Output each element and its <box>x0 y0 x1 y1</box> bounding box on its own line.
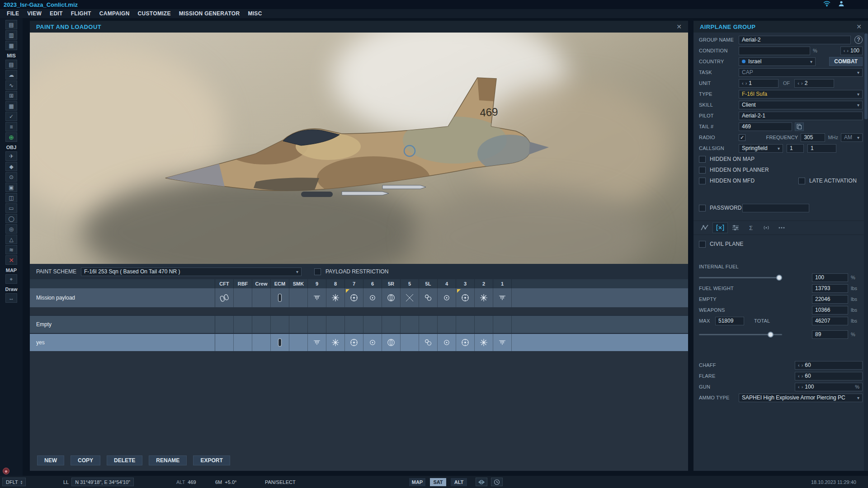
bullseye-icon[interactable]: ◎ <box>5 224 17 234</box>
fuel-percent-input[interactable]: 89 <box>812 330 848 339</box>
station-cell-8[interactable] <box>326 316 345 333</box>
menu-customize[interactable]: CUSTOMIZE <box>134 10 175 17</box>
close-icon[interactable]: ✕ <box>676 23 682 30</box>
station-cell-8[interactable] <box>326 334 345 351</box>
station-cell-5l[interactable] <box>419 316 438 333</box>
callsign-number-input[interactable]: 1 <box>787 144 804 153</box>
station-cell-crew[interactable] <box>252 288 271 307</box>
time-button[interactable] <box>491 478 503 486</box>
country-select[interactable]: Israel <box>739 57 816 66</box>
menu-misc[interactable]: MISC <box>244 10 266 17</box>
export-button[interactable]: EXPORT <box>193 455 230 465</box>
station-cell-1[interactable] <box>493 288 512 307</box>
group-name-input[interactable]: Aerial-2 <box>739 36 851 44</box>
goals-icon[interactable]: ✓ <box>5 112 17 121</box>
condition-probability-spinner[interactable]: ‹› 100 <box>840 47 863 55</box>
station-cell-2[interactable] <box>475 288 493 307</box>
delete-object-icon[interactable]: ✕ <box>5 255 17 265</box>
payload-row-empty[interactable]: Empty <box>30 316 688 333</box>
ammo-type-select[interactable]: SAPHEI High Explosive Armor Piercing PC <box>739 394 863 402</box>
menu-view[interactable]: VIEW <box>23 10 46 17</box>
password-checkbox[interactable] <box>699 205 706 211</box>
user-profile-icon[interactable] <box>838 0 844 9</box>
payload-restriction-checkbox[interactable] <box>314 268 321 275</box>
unit-index-spinner[interactable]: ‹› 1 <box>739 79 778 88</box>
frequency-input[interactable]: 305 <box>801 133 825 142</box>
station-cell-ecm[interactable] <box>271 288 289 307</box>
station-cell-4[interactable] <box>438 334 456 351</box>
station-cell-cft[interactable] <box>215 316 234 333</box>
coords-format-label[interactable]: LL <box>63 479 69 485</box>
station-cell-9[interactable] <box>308 316 326 333</box>
menu-mission-generator[interactable]: MISSION GENERATOR <box>175 10 244 17</box>
airplane-icon[interactable]: ✈ <box>5 151 17 161</box>
zone-icon[interactable]: ◯ <box>5 214 17 223</box>
fuel-weight-input[interactable]: 13793 <box>812 284 848 293</box>
multiplayer-user-icon[interactable]: ☻ <box>3 468 9 474</box>
paint-scheme-select[interactable]: F-16I 253 Sqn ( Based On Tail 470 NR ) <box>81 267 302 276</box>
summary-list-icon[interactable]: ≡ <box>5 122 17 131</box>
slider-handle[interactable] <box>768 332 774 338</box>
flare-spinner[interactable]: ‹› 60 <box>795 372 863 380</box>
late-activation-checkbox[interactable] <box>798 178 805 184</box>
briefing-icon[interactable]: ▤ <box>5 60 17 69</box>
systems-tab[interactable] <box>728 222 743 233</box>
layer-button-sat[interactable]: SAT <box>430 478 446 486</box>
internal-fuel-input[interactable]: 100 <box>812 273 848 282</box>
close-icon[interactable]: ✕ <box>856 23 862 30</box>
hidden-on-map-checkbox[interactable] <box>699 156 706 163</box>
ship-icon[interactable]: ⊙ <box>5 172 17 182</box>
static-object-icon[interactable]: ◫ <box>5 193 17 202</box>
rename-button[interactable]: RENAME <box>149 455 187 465</box>
station-cell-1[interactable] <box>493 316 512 333</box>
combat-button[interactable]: COMBAT <box>829 57 863 66</box>
station-cell-5r[interactable] <box>382 288 401 307</box>
template-icon[interactable]: ▭ <box>5 203 17 213</box>
station-cell-5[interactable] <box>401 334 419 351</box>
payload-row-mission-payload[interactable]: Mission payload <box>30 288 688 307</box>
station-cell-ecm[interactable] <box>271 316 289 333</box>
terrain-view-button[interactable] <box>476 478 487 486</box>
station-cell-3[interactable] <box>456 316 475 333</box>
menu-flight[interactable]: FLIGHT <box>67 10 95 17</box>
point-icon[interactable]: △ <box>5 235 17 244</box>
gun-spinner[interactable]: ‹› 100 % <box>795 383 863 391</box>
station-cell-ecm[interactable] <box>271 334 289 351</box>
task-select[interactable]: CAP <box>739 68 863 77</box>
internal-fuel-slider[interactable] <box>699 274 782 281</box>
payload-row-yes[interactable]: yes <box>30 334 688 351</box>
copy-tail-button[interactable] <box>795 122 804 131</box>
station-cell-9[interactable] <box>308 288 326 307</box>
station-cell-8[interactable] <box>326 288 345 307</box>
hidden-on-planner-checkbox[interactable] <box>699 167 706 174</box>
fuel-percent-slider[interactable] <box>699 331 782 338</box>
chaff-spinner[interactable]: ‹› 60 <box>795 361 863 370</box>
station-cell-smk[interactable] <box>289 334 308 351</box>
hidden-on-mfd-checkbox[interactable] <box>699 178 706 184</box>
station-cell-7[interactable] <box>345 334 363 351</box>
new-mission-icon[interactable]: ▤ <box>5 20 17 29</box>
panel-scrollbar[interactable] <box>864 33 868 471</box>
condition-input[interactable] <box>739 47 810 55</box>
station-cell-smk[interactable] <box>289 316 308 333</box>
station-cell-7[interactable] <box>345 316 363 333</box>
menu-campaign[interactable]: CAMPAIGN <box>95 10 134 17</box>
copy-button[interactable]: COPY <box>71 455 100 465</box>
summary-tab[interactable]: Σ <box>743 222 759 233</box>
lines-icon[interactable]: ≋ <box>5 245 17 254</box>
unit-count-spinner[interactable]: ‹› 2 <box>794 79 834 88</box>
skill-select[interactable]: Client <box>739 101 863 109</box>
station-cell-crew[interactable] <box>252 316 271 333</box>
station-cell-cft[interactable] <box>215 288 234 307</box>
menu-file[interactable]: FILE <box>3 10 23 17</box>
station-cell-2[interactable] <box>475 316 493 333</box>
start-position-icon[interactable]: ⊕ <box>5 132 17 142</box>
station-cell-crew[interactable] <box>252 334 271 351</box>
station-cell-rbf[interactable] <box>234 334 252 351</box>
measure-tool-icon[interactable]: ↔ <box>5 293 17 303</box>
password-input[interactable] <box>742 204 809 212</box>
vehicle-icon[interactable]: ▣ <box>5 183 17 192</box>
pilot-name-input[interactable]: Aerial-2-1 <box>739 112 863 120</box>
station-cell-5r[interactable] <box>382 316 401 333</box>
payload-tab[interactable] <box>712 222 728 233</box>
